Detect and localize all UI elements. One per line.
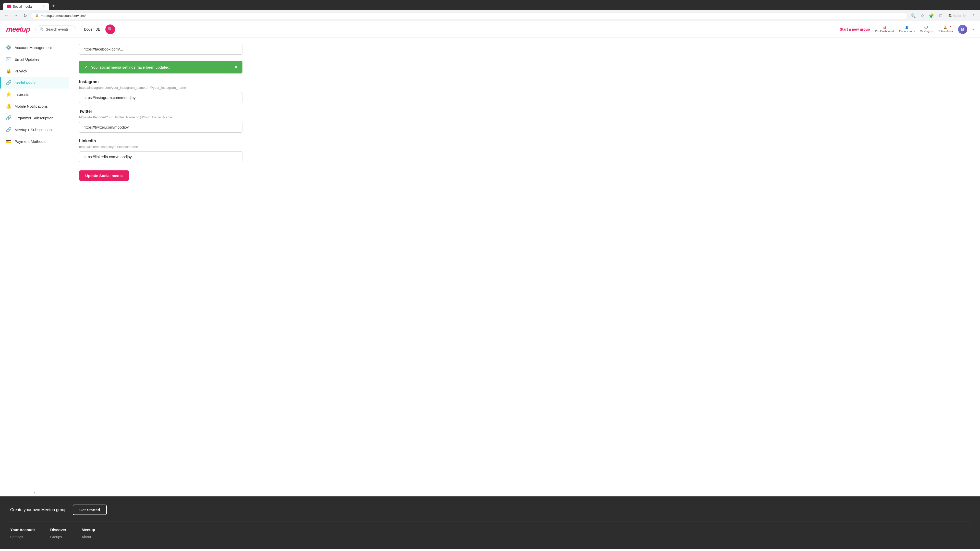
user-avatar[interactable]: M [958, 25, 967, 34]
sidebar-item-social-media[interactable]: 🔗 Social Media [0, 77, 68, 89]
footer-cta-text: Create your own Meetup group. [10, 508, 68, 512]
instagram-hint: https://instagram.com/your_instagram_nam… [79, 86, 288, 89]
linkedin-input[interactable] [79, 151, 242, 162]
sidebar-item-email-updates[interactable]: ✉️ Email Updates [0, 53, 68, 65]
connections-icon: 👤 [905, 26, 908, 29]
new-tab-button[interactable]: + [50, 2, 57, 10]
profile-icon-btn[interactable]: □ [937, 12, 944, 19]
start-group-button[interactable]: Start a new group [840, 27, 870, 32]
meetup-logo[interactable]: meetup [6, 25, 30, 33]
sidebar-item-interests[interactable]: ⭐ Interests [0, 89, 68, 100]
pro-dashboard-label: Pro Dashboard [875, 30, 894, 33]
toast-success-icon: ✓ [84, 64, 88, 70]
mobile-notifications-label: Mobile Notifications [14, 104, 48, 108]
payment-methods-label: Payment Methods [14, 139, 45, 144]
search-placeholder: Search events [46, 27, 69, 32]
active-tab[interactable]: Social media × [3, 3, 49, 10]
sidebar-item-meetup-subscription[interactable]: 🔗 Meetup+ Subscription [0, 124, 68, 135]
nav-messages[interactable]: 💬 Messages [920, 26, 932, 33]
privacy-icon: 🔒 [6, 68, 11, 74]
instagram-input[interactable] [79, 92, 242, 103]
footer-link-groups[interactable]: Groups [50, 535, 66, 539]
tab-favicon [7, 5, 11, 8]
footer-col-title-discover: Discover [50, 527, 66, 532]
nav-pro-dashboard[interactable]: 📊 Pro Dashboard [875, 26, 894, 33]
instagram-label: Instagram [79, 79, 288, 84]
content-area: ⚙️ Account Management ✉️ Email Updates 🔒… [0, 38, 980, 496]
footer-link-settings[interactable]: Settings [10, 535, 35, 539]
sidebar-item-organizer-subscription[interactable]: 🔗 Organizer Subscription [0, 112, 68, 124]
twitter-input[interactable] [79, 122, 242, 133]
site-footer: Create your own Meetup group. Get Starte… [0, 496, 980, 549]
messages-icon: 💬 [924, 26, 928, 29]
bookmark-icon-btn[interactable]: ☆ [919, 12, 926, 19]
menu-icon-btn[interactable]: ⋮ [970, 12, 977, 19]
extensions-icon-btn[interactable]: 🧩 [928, 12, 935, 19]
browser-nav-bar: ← → ↻ 🔒 meetup.com/account/services/ 🔍 ☆… [0, 10, 980, 21]
search-icon-btn[interactable]: 🔍 [910, 12, 917, 19]
forward-button[interactable]: → [12, 12, 19, 19]
facebook-input[interactable] [79, 44, 242, 55]
interests-label: Interests [14, 92, 29, 97]
connections-label: Connections [899, 30, 915, 33]
linkedin-field: Linkedin https://linkedin.com/in/yourlin… [79, 139, 288, 162]
account-management-icon: ⚙️ [6, 44, 11, 50]
update-social-media-button[interactable]: Update Social media [79, 170, 129, 181]
sidebar-item-payment-methods[interactable]: 💳 Payment Methods [0, 135, 68, 147]
footer-col-meetup: Meetup About [82, 527, 95, 541]
sidebar-item-account-management[interactable]: ⚙️ Account Management [0, 41, 68, 53]
twitter-hint: https://twitter.com/Your_Twitter_Name or… [79, 115, 288, 119]
search-icon: 🔍 [40, 27, 44, 32]
refresh-button[interactable]: ↻ [21, 12, 29, 19]
meetup-subscription-icon: 🔗 [6, 127, 11, 132]
incognito-badge[interactable]: 🕵️ Incognito [946, 13, 968, 18]
avatar-initials: M [961, 27, 964, 32]
nav-actions: 🔍 ☆ 🧩 □ 🕵️ Incognito ⋮ [910, 12, 977, 19]
footer-cta: Create your own Meetup group. Get Starte… [10, 505, 970, 521]
tab-close-button[interactable]: × [43, 4, 45, 8]
search-submit-button[interactable]: 🔍 [105, 24, 115, 34]
meetup-subscription-label: Meetup+ Subscription [14, 127, 52, 132]
footer-link-about[interactable]: About [82, 535, 95, 539]
nav-connections[interactable]: 👤 Connections [899, 26, 915, 33]
main-content: ✓ Your social media settings have been u… [69, 38, 299, 496]
address-bar[interactable]: 🔒 meetup.com/account/services/ [30, 12, 907, 19]
search-bar[interactable]: 🔍 Search events [35, 25, 76, 33]
back-button[interactable]: ← [3, 12, 10, 19]
incognito-icon: 🕵️ [948, 14, 952, 17]
email-updates-label: Email Updates [14, 57, 40, 62]
facebook-field-partial [79, 44, 288, 55]
organizer-subscription-icon: 🔗 [6, 115, 11, 121]
sidebar-item-privacy[interactable]: 🔒 Privacy [0, 65, 68, 77]
footer-col-title-meetup: Meetup [82, 527, 95, 532]
site-header: meetup 🔍 Search events Dover, DE 🔍 Start… [0, 21, 980, 38]
toast-message: Your social media settings have been upd… [91, 65, 170, 69]
twitter-field: Twitter https://twitter.com/Your_Twitter… [79, 109, 288, 133]
organizer-subscription-label: Organizer Subscription [14, 116, 54, 120]
success-toast: ✓ Your social media settings have been u… [79, 61, 242, 73]
footer-col-your-account: Your Account Settings [10, 527, 35, 541]
sidebar-item-mobile-notifications[interactable]: 🔔 Mobile Notifications [0, 100, 68, 112]
lock-icon: 🔒 [35, 14, 39, 17]
url-text: meetup.com/account/services/ [41, 14, 86, 17]
notifications-label: Notifications [938, 30, 953, 33]
notifications-icon: 🔔 [943, 26, 947, 29]
avatar-dropdown-button[interactable]: ▾ [972, 27, 974, 31]
linkedin-hint: https://linkedin.com/in/yourlinkedinname [79, 145, 288, 149]
footer-get-started-button[interactable]: Get Started [73, 505, 107, 515]
page: meetup 🔍 Search events Dover, DE 🔍 Start… [0, 21, 980, 549]
location-display[interactable]: Dover, DE [84, 27, 100, 32]
browser-chrome: Social media × + [0, 0, 980, 10]
incognito-label: Incognito [953, 14, 966, 17]
account-management-label: Account Management [14, 45, 52, 50]
toast-close-button[interactable]: × [234, 65, 237, 70]
privacy-label: Privacy [14, 69, 27, 73]
notification-dot [950, 26, 951, 28]
social-media-label: Social Media [14, 81, 37, 85]
email-updates-icon: ✉️ [6, 56, 11, 62]
pro-dashboard-icon: 📊 [883, 26, 886, 29]
sidebar: ⚙️ Account Management ✉️ Email Updates 🔒… [0, 38, 69, 496]
nav-notifications[interactable]: 🔔 Notifications [938, 26, 953, 33]
footer-col-discover: Discover Groups [50, 527, 66, 541]
header-nav: 📊 Pro Dashboard 👤 Connections 💬 Messages… [875, 25, 974, 34]
